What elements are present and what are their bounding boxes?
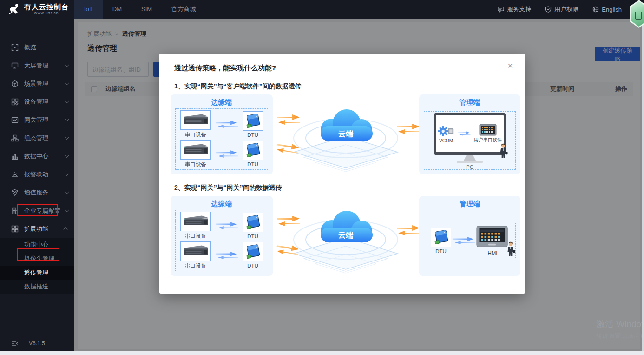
topbar-links: 服务支持 用户权限 English (498, 5, 622, 13)
sidebar: 概览 大屏管理 场景管理 设备管理 网关管理 (0, 19, 74, 351)
top-navbar: 有人云控制台 www.usr.cn IoT DM SIM 官方商城 服务支持 用… (0, 0, 644, 19)
product-tabs: IoT DM SIM 官方商城 (74, 0, 205, 19)
watermark-line2: 转到“设置”以激活 W (596, 332, 644, 340)
hmi-figure: HMI (476, 226, 509, 256)
scrollbar-track[interactable] (642, 19, 644, 351)
sidebar-item-label: 场景管理 (24, 80, 48, 88)
management-dashed-box: VCOM 用户串口软件 PC (424, 111, 516, 170)
diagram-gateway-to-gateway: 边缘端 串口设备 DTU (171, 196, 520, 277)
help-modal: 通过透传策略，能实现什么功能? × 1、实现“网关”与“客户端软件”间的数据透传… (159, 54, 525, 294)
modal-section1-heading: 1、实现“网关”与“客户端软件”间的数据透传 (174, 82, 302, 91)
serial-device-figure: 串口设备 (180, 110, 211, 138)
dtu-icon (431, 228, 451, 247)
sidebar-item-bigscreen[interactable]: 大屏管理 (0, 56, 74, 74)
enterprise-icon (11, 207, 19, 214)
pc-label: PC (466, 164, 473, 170)
serial-device-label: 串口设备 (185, 262, 206, 269)
tab-dm[interactable]: DM (103, 0, 131, 19)
management-panel: 管理端 VCOM 用 (419, 94, 520, 174)
support-label: 服务支持 (507, 5, 531, 13)
cloud-illustration: 云端 (276, 96, 415, 175)
app-title: 有人云控制台 (24, 3, 69, 11)
device-row: 串口设备 DTU (176, 140, 268, 168)
sidebar-item-device[interactable]: 设备管理 (0, 93, 74, 111)
edge-dashed-box: 串口设备 DTU 串口设备 (175, 108, 268, 170)
modal-section2-heading: 2、实现“网关”与“网关”间的数据透传 (174, 184, 282, 192)
monitor-stand (464, 155, 476, 161)
support-link[interactable]: 服务支持 (498, 5, 531, 13)
sidebar-item-overview[interactable]: 概览 (0, 38, 74, 56)
dtu-figure: DTU (243, 111, 263, 138)
sidebar-item-label: 大屏管理 (24, 61, 48, 70)
management-dashed-box: DTU HMI (424, 223, 516, 258)
sidebar-menu: 概览 大屏管理 场景管理 设备管理 网关管理 (0, 19, 74, 294)
overview-icon (11, 44, 19, 51)
orange-arrows-icon (276, 113, 301, 125)
sidebar-item-label: 组态管理 (24, 134, 48, 142)
cloud-illustration: 云端 (276, 198, 415, 277)
permission-link[interactable]: 用户权限 (545, 5, 578, 13)
brand-logo[interactable]: 有人云控制台 www.usr.cn (0, 0, 74, 19)
bidirectional-arrow-icon (215, 120, 238, 128)
sidebar-subitem-datapush[interactable]: 数据推送 (0, 280, 74, 294)
person-figure (506, 241, 515, 258)
management-panel: 管理端 DTU HMI (419, 196, 520, 276)
monitor-base (457, 161, 483, 163)
chevron-down-icon (65, 135, 69, 140)
app-subtitle: www.usr.cn (34, 11, 59, 15)
hmi-icon (476, 226, 509, 249)
edge-dashed-box: 串口设备 DTU 串口设备 (175, 210, 268, 271)
sidebar-item-extension[interactable]: 扩展功能 (0, 220, 74, 238)
sidebar-subitem-passthrough[interactable]: 透传管理 (0, 266, 74, 280)
gateway-icon (11, 116, 19, 124)
sidebar-item-enterprise[interactable]: 企业专属配置 (0, 201, 74, 220)
sidebar-subitem-camera[interactable]: 摄像头管理 (0, 252, 74, 266)
edge-panel-title: 边缘端 (171, 98, 273, 107)
sidebar-item-configuration[interactable]: 组态管理 (0, 129, 74, 147)
diagram-gateway-to-client: 边缘端 串口设备 DTU (171, 94, 520, 176)
sidebar-item-alarm[interactable]: 报警联动 (0, 165, 74, 183)
datacenter-icon (11, 153, 19, 160)
bidirectional-arrow-icon (215, 251, 238, 260)
tab-sim[interactable]: SIM (131, 0, 162, 19)
tab-iot[interactable]: IoT (74, 0, 103, 19)
edge-panel: 边缘端 串口设备 DTU (171, 196, 273, 276)
sidebar-subitem-function-center[interactable]: 功能中心 (0, 238, 74, 252)
close-icon[interactable]: × (507, 61, 513, 70)
serial-device-label: 串口设备 (185, 161, 206, 168)
sidebar-item-datacenter[interactable]: 数据中心 (0, 147, 74, 165)
collapse-sidebar-icon[interactable] (11, 340, 19, 347)
device-icon (11, 98, 19, 106)
sidebar-item-value-service[interactable]: 增值服务 (0, 183, 74, 201)
serial-device-label: 串口设备 (185, 131, 206, 138)
sidebar-item-scene[interactable]: 场景管理 (0, 74, 74, 93)
avatar-hexagon-frame (630, 0, 644, 28)
chevron-down-icon (65, 80, 69, 85)
sidebar-item-label: 数据中心 (24, 152, 48, 161)
serial-device-label: 串口设备 (185, 233, 206, 240)
chat-icon (498, 6, 504, 13)
device-row: 串口设备 DTU (176, 110, 268, 138)
dtu-label: DTU (247, 263, 258, 268)
serial-device-figure: 串口设备 (180, 140, 211, 168)
user-serial-software-label: 用户串口软件 (474, 137, 502, 143)
shield-icon (545, 6, 552, 13)
language-switch[interactable]: English (592, 6, 622, 13)
orange-arrows-icon (396, 224, 421, 236)
user-avatar[interactable] (630, 0, 644, 28)
dtu-figure: DTU (243, 242, 263, 268)
device-row: 串口设备 DTU (176, 212, 268, 240)
dtu-label: DTU (435, 248, 447, 254)
tab-mall[interactable]: 官方商城 (162, 0, 205, 19)
window-bottom-edge (0, 351, 644, 355)
bidirectional-arrow-icon (215, 221, 238, 230)
value-service-icon (11, 189, 19, 196)
permission-label: 用户权限 (554, 5, 578, 13)
sidebar-item-gateway[interactable]: 网关管理 (0, 111, 74, 129)
edge-panel: 边缘端 串口设备 DTU (171, 94, 273, 174)
avatar-image (631, 1, 644, 27)
management-panel-title: 管理端 (419, 98, 520, 107)
globe-icon (592, 6, 599, 13)
sidebar-item-label: 概览 (24, 43, 36, 52)
sidebar-item-label: 设备管理 (24, 98, 48, 106)
